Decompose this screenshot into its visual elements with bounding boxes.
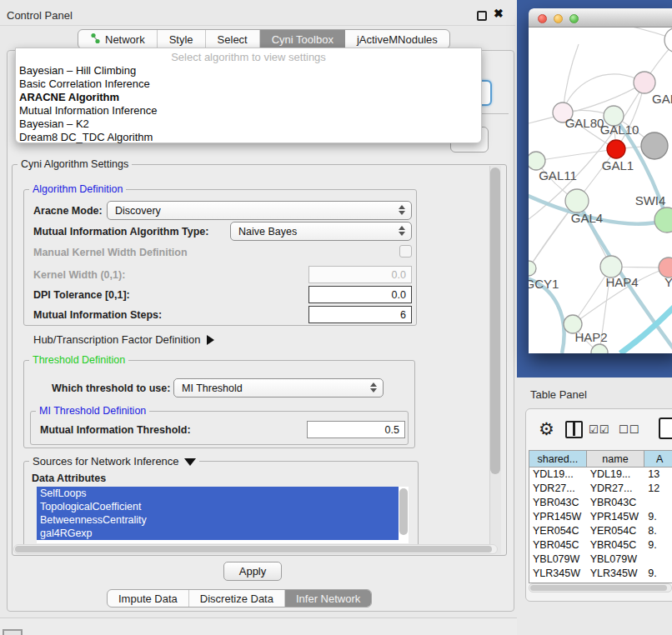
list-item-selected[interactable]: SelfLoops [37, 487, 399, 500]
tab-impute-data[interactable]: Impute Data [108, 590, 189, 607]
mi-steps-label: Mutual Information Steps: [33, 309, 162, 321]
mi-threshold-label: Mutual Information Threshold: [40, 424, 191, 436]
tab-discretize-data[interactable]: Discretize Data [189, 590, 285, 607]
table-row[interactable]: YER054CYER054C8. [529, 524, 672, 538]
table-row[interactable]: YBL079WYBL079W [529, 552, 672, 567]
popup-item-bayesian-k2[interactable]: Bayesian – K2 [19, 118, 89, 130]
node-label: HAP4 [605, 275, 638, 289]
manual-kernel-width-checkbox[interactable] [399, 245, 412, 258]
cell: YDL19... [587, 468, 645, 482]
aracne-mode-combo[interactable]: Discovery [107, 201, 412, 220]
sources-expander[interactable]: Sources for Network Inference [29, 455, 199, 468]
minimized-panel-icon[interactable] [3, 629, 23, 635]
network-icon [90, 32, 101, 47]
settings-vscrollbar-thumb[interactable] [490, 168, 500, 474]
algorithm-definition-title: Algorithm Definition [29, 183, 126, 195]
close-panel-icon[interactable]: ✖ [494, 7, 504, 20]
popup-item-mutual-information[interactable]: Mutual Information Inference [19, 104, 157, 117]
popup-item-bayesian-hill-climbing[interactable]: Bayesian – Hill Climbing [19, 64, 136, 77]
data-attributes-label: Data Attributes [32, 472, 106, 484]
table-row[interactable]: YDR27...YDR27...12 [529, 482, 672, 496]
table-row[interactable]: YBR045CYBR045C9. [529, 538, 672, 552]
node-gray[interactable] [641, 132, 668, 159]
which-threshold-value: MI Threshold [182, 382, 243, 394]
tab-infer-network[interactable]: Infer Network [285, 590, 371, 607]
aracne-mode-label: Aracne Mode: [33, 205, 103, 217]
table-row[interactable]: YPR145WYPR145W9. [529, 510, 672, 524]
which-threshold-combo[interactable]: MI Threshold [173, 378, 384, 398]
cell: 9. [644, 538, 672, 552]
window-minimize-icon[interactable] [554, 14, 563, 23]
node-label: HAP2 [574, 330, 607, 344]
node-partial[interactable] [664, 28, 672, 52]
list-item-selected[interactable]: gal4RGexp [37, 527, 399, 540]
column-header-partial[interactable]: A [644, 451, 672, 468]
hub-definition-label: Hub/Transcription Factor Definition [33, 333, 200, 346]
cell: YER054C [587, 524, 645, 538]
tab-select[interactable]: Select [206, 30, 260, 48]
hub-definition-expander[interactable]: Hub/Transcription Factor Definition [33, 333, 214, 346]
node-label: GAL4 [571, 211, 603, 225]
control-panel-tabbar: Network Style Select Cyni Toolbox jActiv… [78, 29, 450, 49]
show-columns-icon[interactable] [565, 421, 583, 438]
table-row[interactable]: YLR345WYLR345W9. [529, 567, 672, 581]
cell: YBR045C [587, 538, 645, 552]
unselect-all-columns-icon[interactable]: ☐☐ [619, 423, 639, 436]
mi-threshold-input[interactable] [307, 421, 405, 438]
settings-hscrollbar-thumb[interactable] [15, 546, 492, 552]
popup-item-basic-correlation[interactable]: Basic Correlation Inference [19, 78, 150, 90]
popup-item-aracne[interactable]: ARACNE Algorithm [19, 91, 119, 103]
bottom-strip [0, 618, 517, 635]
mi-steps-input[interactable] [308, 306, 412, 323]
network-canvas[interactable]: GAL GAL80 GAL10 GAL1 GAL11 GAL4 SWI4 GCY… [529, 28, 672, 353]
table-row[interactable]: YDL19...YDL19...13 [529, 468, 672, 482]
window-titlebar[interactable] [529, 8, 672, 28]
cell: YDL19... [529, 468, 587, 482]
node-partial-bottom[interactable] [591, 344, 608, 353]
cell: YBR043C [529, 496, 587, 510]
tab-network[interactable]: Network [78, 30, 158, 48]
algorithm-dropdown-popup: Select algorithm to view settings Bayesi… [15, 48, 482, 143]
popup-item-dream8[interactable]: Dream8 DC_TDC Algorithm [19, 131, 153, 143]
data-attributes-list[interactable]: SelfLoops TopologicalCoefficient Between… [37, 487, 409, 543]
column-header-shared-name[interactable]: shared... [529, 451, 587, 468]
table-settings-gear-icon[interactable]: ⚙ [539, 420, 554, 438]
mi-algorithm-type-combo[interactable]: Naive Bayes [230, 222, 412, 241]
network-view-window[interactable]: GAL GAL80 GAL10 GAL1 GAL11 GAL4 SWI4 GCY… [529, 8, 672, 353]
node-gcy1[interactable] [529, 261, 536, 276]
cell: 8. [644, 524, 672, 538]
mi-threshold-definition-title: MI Threshold Definition [36, 405, 149, 417]
float-panel-icon[interactable] [477, 11, 487, 21]
network-node-labels: GAL GAL80 GAL10 GAL1 GAL11 GAL4 SWI4 GCY… [529, 92, 672, 344]
node-gal11[interactable] [529, 152, 545, 170]
column-header-name[interactable]: name [587, 451, 645, 468]
kernel-width-input[interactable] [308, 266, 412, 283]
threshold-definition-title: Threshold Definition [29, 354, 128, 366]
node-gal4[interactable] [565, 189, 589, 212]
tab-cyni-toolbox[interactable]: Cyni Toolbox [260, 30, 345, 48]
table-hscrollbar-thumb[interactable] [530, 585, 667, 591]
node-gal-partial[interactable] [634, 72, 655, 93]
tab-style-label: Style [169, 33, 193, 46]
mi-algorithm-type-value: Naive Bayes [238, 226, 297, 238]
combo-arrows-icon [370, 382, 377, 392]
node-gal1-selected[interactable] [607, 140, 625, 158]
list-item-selected[interactable]: BetweennessCentrality [37, 513, 399, 527]
cell [644, 552, 672, 567]
tab-style[interactable]: Style [158, 30, 206, 48]
table-row[interactable]: YBR043CYBR043C [529, 496, 672, 510]
node-label: GCY1 [529, 277, 559, 291]
export-table-icon[interactable] [659, 418, 672, 439]
node-label: GAL80 [565, 116, 604, 130]
node-label: GAL11 [539, 168, 577, 182]
list-item-selected[interactable]: TopologicalCoefficient [37, 500, 399, 513]
list-scrollbar[interactable] [399, 488, 408, 535]
tab-jactivemnodules[interactable]: jActiveMNodules [345, 30, 449, 48]
dpi-tolerance-input[interactable] [308, 286, 412, 303]
window-close-icon[interactable] [538, 14, 547, 23]
dpi-tolerance-label: DPI Tolerance [0,1]: [33, 289, 130, 301]
node-swi4[interactable] [654, 208, 672, 232]
apply-button[interactable]: Apply [223, 562, 282, 581]
window-zoom-icon[interactable] [569, 14, 579, 23]
select-all-columns-icon[interactable]: ☑☑ [589, 423, 609, 436]
